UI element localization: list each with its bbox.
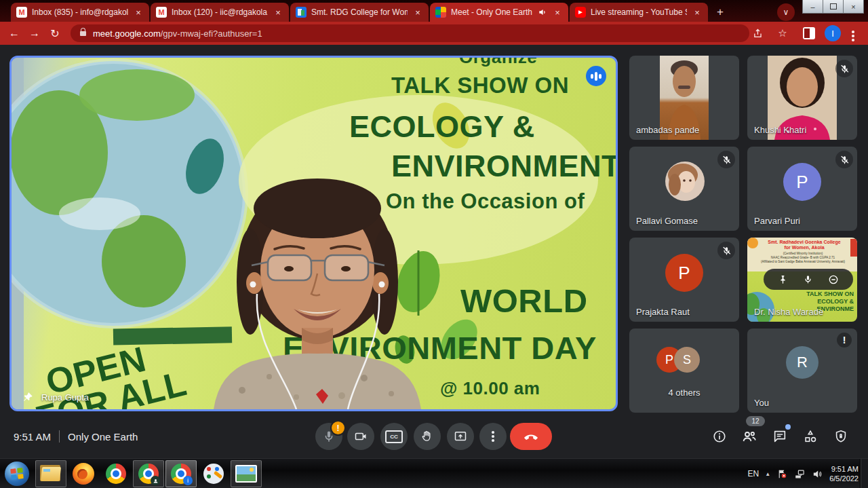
browser-toolbar: ← → ↻ meet.google.com/gpv-mwaj-efi?authu… [0, 22, 868, 45]
profile-avatar[interactable]: I [825, 25, 841, 41]
tab-title: Inbox (835) - info@rdgakola.ac [32, 7, 128, 17]
url-domain: meet.google.com [93, 29, 161, 39]
profile-badge-icon [151, 476, 160, 485]
profile-badge-letter: i [183, 476, 193, 485]
tab-inbox-info[interactable]: M Inbox (835) - info@rdgakola.ac × [11, 3, 149, 22]
participant-tile-pallavi[interactable]: Pallavi Gomase [629, 147, 739, 231]
pin-participant-icon[interactable] [778, 274, 788, 284]
window-minimize-button[interactable]: – [802, 0, 823, 14]
warning-icon: ! [837, 333, 852, 348]
participant-name: Pallavi Gomase [636, 216, 698, 226]
mic-muted-icon [835, 151, 853, 168]
volume-icon[interactable] [812, 468, 823, 480]
firefox-taskbar-icon[interactable] [68, 460, 99, 487]
tab-youtube-studio[interactable]: ▶ Live streaming - YouTube Stud × [570, 3, 708, 22]
back-button[interactable]: ← [5, 24, 23, 42]
tab-close-icon[interactable]: × [273, 7, 283, 18]
mute-participant-icon[interactable] [803, 274, 813, 284]
tab-title: Smt. RDG College for Women, [311, 7, 408, 17]
more-options-button[interactable] [479, 423, 507, 450]
end-call-button[interactable] [510, 423, 552, 450]
forward-button[interactable]: → [26, 24, 43, 42]
remove-participant-icon[interactable] [828, 274, 839, 285]
participant-tile-nisha[interactable]: Smt. Radhadevi Goenka College for Women,… [747, 238, 857, 322]
main-video-tile[interactable]: Organize TALK SHOW ON ECOLOGY & ENVIRONM… [9, 56, 618, 411]
participant-tile-parvari[interactable]: P Parvari Puri [747, 147, 857, 231]
tab-audio-icon[interactable] [538, 7, 547, 17]
screen: M Inbox (835) - info@rdgakola.ac × M Inb… [0, 0, 868, 488]
tab-close-icon[interactable]: × [412, 7, 423, 18]
tab-title: Live streaming - YouTube Stud [591, 7, 687, 17]
divider [59, 430, 60, 443]
chrome-active-taskbar-icon[interactable]: i [165, 460, 197, 487]
main-participant-name: Rupa Gupta [41, 392, 89, 402]
tab-title: Meet - Only One Earth [451, 7, 533, 17]
file-explorer-taskbar-icon[interactable] [35, 460, 66, 487]
taskbar-time: 9:51 AM [829, 464, 859, 474]
meeting-details-button[interactable] [707, 424, 732, 449]
lock-icon[interactable] [80, 31, 86, 36]
camera-button[interactable] [347, 423, 374, 450]
participant-tile-you[interactable]: R ! You [747, 329, 857, 413]
participant-count-badge: 12 [746, 416, 765, 426]
participant-tile-others[interactable]: P S 4 others [629, 329, 739, 413]
windows-taskbar: i EN ▲ [0, 458, 868, 488]
activities-button[interactable] [798, 424, 823, 449]
url-path: /gpv-mwaj-efi?authuser=1 [161, 29, 262, 39]
letter-avatar: R [786, 346, 818, 379]
taskbar-date: 6/5/2022 [829, 474, 859, 483]
url-text: meet.google.com/gpv-mwaj-efi?authuser=1 [93, 29, 262, 39]
tab-close-icon[interactable]: × [133, 7, 144, 18]
letter-avatar: P [783, 163, 821, 201]
chrome-profile2-taskbar-icon[interactable] [133, 460, 164, 487]
participant-tile-ambadas[interactable]: ambadas pande [629, 56, 739, 140]
participant-tile-prajakta[interactable]: P Prajakta Raut [629, 238, 739, 322]
college-favicon [296, 7, 307, 18]
present-button[interactable] [447, 423, 474, 450]
browser-tab-strip: M Inbox (835) - info@rdgakola.ac × M Inb… [0, 0, 868, 22]
mic-button[interactable]: ! [315, 423, 342, 450]
host-controls-button[interactable] [829, 424, 853, 449]
new-tab-button[interactable]: + [712, 4, 728, 20]
raise-hand-button[interactable] [414, 423, 441, 450]
bookmark-star-icon[interactable]: ☆ [774, 25, 791, 41]
mic-warning-badge: ! [330, 420, 346, 436]
show-everyone-button[interactable] [737, 424, 762, 449]
participant-tile-khushi[interactable]: Khushi Khatri [747, 56, 857, 140]
photo-viewer-taskbar-icon[interactable] [231, 460, 262, 487]
show-desktop-button[interactable] [860, 459, 868, 488]
keyboard-language[interactable]: EN [748, 469, 760, 478]
tray-expand-icon[interactable]: ▲ [765, 471, 770, 477]
clock-time: 9:51 AM [14, 431, 51, 443]
pin-icon[interactable] [22, 392, 33, 402]
taskbar-clock[interactable]: 9:51 AM 6/5/2022 [829, 464, 859, 483]
tab-meet[interactable]: Meet - Only One Earth × [430, 3, 568, 22]
letter-avatar: P [665, 254, 703, 292]
tile-poster-title: Smt. Radhadevi Goenka College for Women,… [757, 240, 852, 250]
participant-name: ambadas pande [636, 125, 699, 135]
network-icon[interactable] [794, 468, 806, 480]
address-bar[interactable]: meet.google.com/gpv-mwaj-efi?authuser=1 [71, 24, 749, 42]
share-icon[interactable] [750, 25, 766, 41]
tab-close-icon[interactable]: × [552, 7, 563, 18]
start-button[interactable] [1, 460, 33, 487]
tab-college-site[interactable]: Smt. RDG College for Women, × [290, 3, 429, 22]
window-close-button[interactable]: × [843, 0, 864, 14]
tab-search-chevron-icon[interactable]: ∨ [777, 3, 795, 21]
chrome-taskbar-icon[interactable] [100, 460, 132, 487]
mic-muted-icon [717, 151, 735, 168]
action-center-flag-icon[interactable] [776, 468, 788, 480]
reload-button[interactable]: ↻ [46, 24, 64, 42]
browser-menu-icon[interactable] [845, 28, 861, 44]
presenter-illustration [12, 58, 616, 409]
extension-icon[interactable] [803, 27, 815, 39]
captions-button[interactable]: CC [380, 423, 408, 450]
tab-close-icon[interactable]: × [692, 7, 703, 18]
gmail-favicon: M [156, 7, 167, 18]
tab-inbox-iic[interactable]: M Inbox (120) - iic@rdgakola.ac.i × [151, 3, 289, 22]
window-restore-button[interactable] [823, 0, 844, 14]
paint-taskbar-icon[interactable] [198, 460, 229, 487]
chat-notification-dot [785, 424, 791, 430]
meet-favicon [435, 7, 446, 18]
participant-name: 4 others [629, 388, 739, 398]
